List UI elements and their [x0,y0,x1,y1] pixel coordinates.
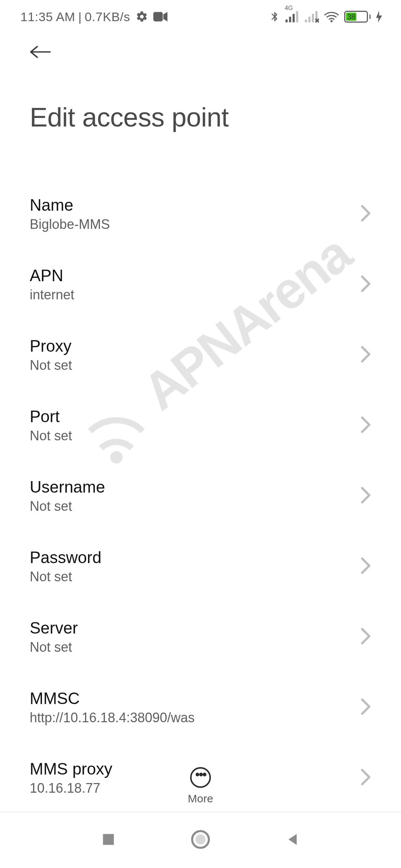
svg-rect-7 [312,14,314,22]
svg-rect-3 [293,14,295,22]
nav-home-button[interactable] [190,829,211,851]
apn-field-proxy[interactable]: ProxyNot set [0,320,401,390]
svg-point-12 [195,835,205,845]
field-label: Username [30,478,105,496]
signal-nosim-icon [305,11,319,23]
more-label: More [188,792,213,805]
field-label: Name [30,196,110,214]
gear-icon [136,10,148,23]
chevron-right-icon [360,486,371,506]
field-label: Proxy [30,337,72,355]
video-icon [153,11,167,22]
field-value: Not set [30,358,72,373]
battery-indicator: 38 [344,11,371,23]
signal-label: 4G [285,5,293,11]
field-value: Biglobe-MMS [30,217,110,232]
svg-rect-1 [286,20,288,23]
wifi-icon [324,11,339,23]
field-label: Port [30,407,72,426]
svg-rect-4 [296,11,299,22]
system-nav-bar [0,812,401,868]
field-label: Server [30,619,78,637]
chevron-right-icon [360,698,371,717]
field-value: Not set [30,640,78,655]
apn-field-apn[interactable]: APNinternet [0,249,401,320]
chevron-right-icon [360,627,371,647]
nav-back-button[interactable] [284,831,301,849]
signal-4g-icon: 4G [286,11,300,23]
field-value: http://10.16.18.4:38090/was [30,710,195,726]
svg-rect-10 [103,834,114,845]
apn-field-port[interactable]: PortNot set [0,390,401,461]
field-value: internet [30,287,74,303]
status-time: 11:35 AM [20,10,75,24]
field-label: Password [30,548,101,567]
svg-rect-5 [305,20,307,23]
battery-percent: 38 [347,13,355,21]
back-button[interactable] [30,45,52,67]
field-label: APN [30,266,74,285]
chevron-right-icon [360,275,371,294]
status-sep: | [78,10,82,24]
bluetooth-icon [269,10,280,23]
status-net-speed: 0.7KB/s [85,10,130,24]
svg-rect-2 [289,17,291,22]
settings-list: NameBiglobe-MMSAPNinternetProxyNot setPo… [0,179,401,795]
svg-rect-0 [153,12,163,21]
apn-field-username[interactable]: UsernameNot set [0,461,401,531]
field-value: Not set [30,499,105,514]
more-button[interactable]: ••• More [188,767,213,805]
chevron-right-icon [360,416,371,435]
apn-field-mmsc[interactable]: MMSChttp://10.16.18.4:38090/was [0,672,401,743]
nav-recent-button[interactable] [100,831,117,849]
chevron-right-icon [360,345,371,365]
page-title: Edit access point [30,102,371,132]
chevron-right-icon [360,557,371,576]
battery-fill: 38 [346,13,356,21]
more-icon: ••• [190,767,211,788]
field-label: MMSC [30,689,195,708]
status-bar: 11:35 AM | 0.7KB/s 4G 38 [0,0,401,33]
apn-field-name[interactable]: NameBiglobe-MMS [0,179,401,249]
field-value: Not set [30,428,72,444]
apn-field-password[interactable]: PasswordNot set [0,531,401,602]
chevron-right-icon [360,204,371,224]
header: Edit access point [0,33,401,132]
charging-icon [376,11,382,23]
svg-rect-6 [309,17,311,22]
field-value: Not set [30,569,101,585]
apn-field-server[interactable]: ServerNot set [0,602,401,672]
